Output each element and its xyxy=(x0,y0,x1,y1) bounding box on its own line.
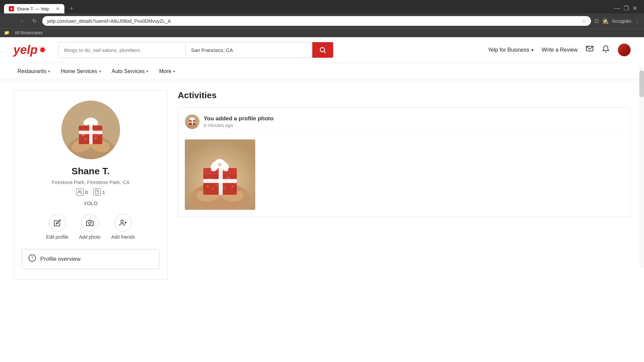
yelp-logo-text: yelp xyxy=(13,43,38,57)
activity-header: You added a profile photo 8 minutes ago xyxy=(185,114,624,134)
add-photo-icon-button[interactable] xyxy=(81,214,99,232)
notifications-icon[interactable] xyxy=(602,45,610,55)
profile-avatar-image xyxy=(61,101,120,159)
svg-point-14 xyxy=(97,132,100,135)
more-chevron-icon: ▾ xyxy=(173,69,175,74)
profile-overview-text: Profile overview xyxy=(40,256,80,262)
home-services-chevron-icon: ▾ xyxy=(99,69,101,74)
edit-profile-label: Edit profile xyxy=(46,234,68,240)
activity-card: You added a profile photo 8 minutes ago xyxy=(178,107,631,217)
svg-point-43 xyxy=(215,183,218,186)
active-tab[interactable]: ★ Shane T. — Yelp ✕ xyxy=(4,4,64,13)
svg-point-49 xyxy=(231,185,233,187)
minimize-button[interactable]: — xyxy=(614,5,620,12)
friends-stat: 0 xyxy=(76,188,88,196)
reviews-stat: 1 xyxy=(93,188,105,196)
profile-tagline: YOLO xyxy=(84,200,98,206)
profile-sidebar: Shane T. Firestone Park, Firestone Park,… xyxy=(13,90,168,280)
yelp-logo[interactable]: yelp ✸ xyxy=(13,43,46,57)
main-content: Shane T. Firestone Park, Firestone Park,… xyxy=(0,80,644,290)
activity-photo-image xyxy=(185,139,255,210)
edit-profile-icon-button[interactable] xyxy=(49,214,66,232)
svg-point-15 xyxy=(85,138,87,140)
friends-icon xyxy=(76,188,84,196)
svg-point-12 xyxy=(88,120,93,125)
yelp-for-business-link[interactable]: Yelp for Business ▾ xyxy=(488,47,534,53)
nav-auto-services[interactable]: Auto Services ▾ xyxy=(108,66,153,76)
svg-point-47 xyxy=(223,186,226,190)
activity-time: 8 minutes ago xyxy=(204,123,273,128)
activities-title: Activities xyxy=(178,90,631,101)
profile-overview-button[interactable]: Profile overview xyxy=(22,249,159,269)
profile-name: Shane T. xyxy=(71,166,110,177)
search-form xyxy=(58,42,333,58)
chevron-down-icon: ▾ xyxy=(531,48,534,53)
avatar-image xyxy=(618,44,631,56)
reviews-count: 1 xyxy=(102,189,105,195)
activity-avatar xyxy=(185,114,200,129)
svg-rect-29 xyxy=(189,122,195,123)
add-friends-label: Add friends xyxy=(111,234,135,240)
restore-button[interactable]: ❐ xyxy=(624,5,629,12)
camera-icon xyxy=(86,219,94,227)
svg-rect-51 xyxy=(203,179,237,183)
profile-actions: Edit profile Add photo xyxy=(46,214,135,240)
close-window-button[interactable]: ✕ xyxy=(632,5,637,12)
overview-circle-icon xyxy=(28,254,36,264)
refresh-button[interactable]: ↻ xyxy=(30,16,39,26)
activity-photo xyxy=(185,139,255,210)
reviews-icon xyxy=(93,188,101,196)
menu-icon[interactable]: ⋮ xyxy=(635,18,640,24)
profile-stats: 0 1 xyxy=(76,188,105,196)
restaurants-chevron-icon: ▾ xyxy=(48,69,50,74)
category-nav: Restaurants ▾ Home Services ▾ Auto Servi… xyxy=(13,63,631,80)
add-photo-action[interactable]: Add photo xyxy=(79,214,101,240)
svg-point-13 xyxy=(82,133,85,136)
incognito-icon: 🕵 xyxy=(602,18,609,24)
activity-info: You added a profile photo 8 minutes ago xyxy=(204,115,273,128)
svg-point-16 xyxy=(95,137,97,139)
friends-count: 0 xyxy=(85,189,88,195)
incognito-label: Incognito xyxy=(612,18,631,24)
search-icon xyxy=(319,46,326,54)
svg-point-55 xyxy=(218,163,221,166)
write-review-link[interactable]: Write a Review xyxy=(542,47,578,53)
nav-restaurants[interactable]: Restaurants ▾ xyxy=(13,66,54,76)
forward-button[interactable]: → xyxy=(17,16,26,26)
svg-point-48 xyxy=(207,185,209,187)
search-where-input[interactable] xyxy=(186,42,313,58)
svg-point-19 xyxy=(121,220,123,223)
activity-avatar-image xyxy=(185,114,200,129)
scrollbar-track[interactable] xyxy=(639,67,644,268)
user-avatar[interactable] xyxy=(618,44,631,56)
new-tab-button[interactable]: ＋ xyxy=(66,3,77,13)
close-tab-button[interactable]: ✕ xyxy=(56,6,60,11)
add-photo-label: Add photo xyxy=(79,234,101,240)
nav-home-services[interactable]: Home Services ▾ xyxy=(57,66,105,76)
back-button[interactable]: ← xyxy=(4,16,13,26)
yelp-burst-icon: ✸ xyxy=(39,45,46,55)
tab-title: Shane T. — Yelp xyxy=(17,6,53,11)
search-button[interactable] xyxy=(312,42,333,58)
scrollbar-thumb[interactable] xyxy=(639,70,644,97)
add-user-icon xyxy=(119,219,127,227)
activity-title-text: You added a profile photo xyxy=(204,115,273,122)
svg-point-17 xyxy=(78,190,80,192)
edit-profile-action[interactable]: Edit profile xyxy=(46,214,68,240)
profile-avatar-container xyxy=(61,101,120,159)
profile-location: Firestone Park, Firestone Park, CA xyxy=(52,179,130,185)
tab-favicon: ★ xyxy=(9,6,14,11)
svg-point-18 xyxy=(89,222,91,224)
messages-icon[interactable] xyxy=(586,45,594,55)
add-friends-action[interactable]: Add friends xyxy=(111,214,135,240)
add-friends-icon-button[interactable] xyxy=(114,214,132,232)
nav-more[interactable]: More ▾ xyxy=(155,66,179,76)
sidebar-icon[interactable]: ⊡ xyxy=(594,18,599,24)
bookmarks-folder-icon: 📁 xyxy=(4,30,9,35)
address-bar[interactable]: yelp.com/user_details?userid=A8uJ58od_Pv… xyxy=(42,16,591,26)
all-bookmarks-label[interactable]: All Bookmarks xyxy=(15,30,43,35)
search-what-input[interactable] xyxy=(59,42,186,58)
svg-point-32 xyxy=(191,118,193,120)
site-header: yelp ✸ Yelp for Business ▾ Write a Revie… xyxy=(0,37,644,80)
bookmark-star-icon[interactable]: ☆ xyxy=(582,18,586,24)
